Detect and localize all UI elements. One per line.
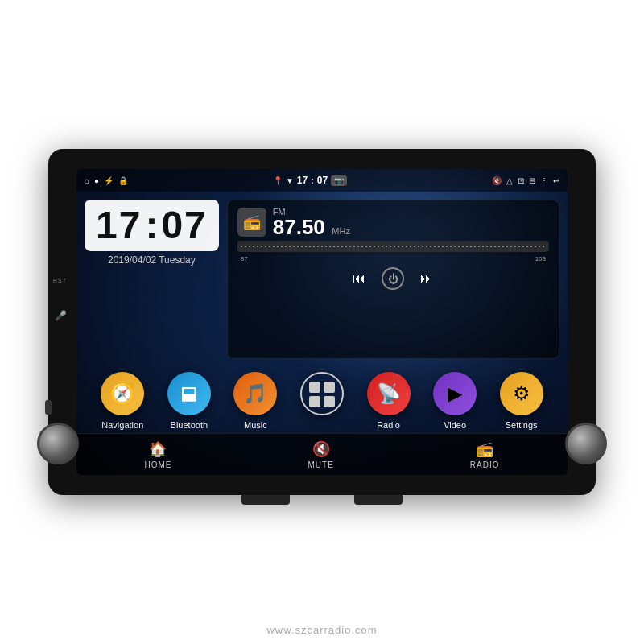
clock-hour: 17: [96, 206, 142, 245]
app-settings[interactable]: ⚙ Settings: [500, 372, 543, 430]
mount-tabs: [242, 495, 402, 505]
status-center: 📍 ▼ 17 : 07 📷: [273, 175, 347, 186]
time-colon: :: [311, 175, 314, 185]
radio-scale: [237, 241, 549, 252]
home-icon: 🏠: [149, 440, 167, 458]
mount-tab-right: [354, 495, 402, 505]
radio-frequency: 87.50: [273, 215, 325, 239]
signal-icon: ▼: [286, 176, 294, 185]
power-button[interactable]: [45, 400, 52, 415]
status-time: 17: [297, 175, 308, 186]
mic-icon: 🎤: [55, 310, 67, 321]
mute-label: MUTE: [308, 460, 333, 469]
home-status-icon: ⌂: [85, 176, 89, 185]
radio-scale-line: [241, 246, 546, 247]
volume-icon: 🔇: [492, 176, 502, 185]
location-icon: 📍: [273, 176, 283, 185]
clock-widget: 17 : 07 2019/04/02 Tuesday: [85, 200, 219, 359]
radio-app-icon: 📡: [367, 372, 411, 415]
rst-label: RST: [53, 278, 67, 283]
radio-power-button[interactable]: ⏻: [382, 267, 404, 290]
status-left: ⌂ ● ⚡ 🔒: [85, 176, 128, 185]
back-icon: ↩: [553, 176, 559, 185]
radio-scale-max: 108: [535, 255, 546, 262]
grid-icon: [300, 372, 344, 415]
settings-icon: ⚙: [500, 372, 543, 415]
app-navigation[interactable]: 🧭 Navigation: [101, 372, 144, 430]
app-radio[interactable]: 📡 Radio: [367, 372, 411, 430]
watermark: www.szcarradio.com: [266, 624, 377, 636]
usb-icon: ⚡: [104, 176, 114, 185]
radio-header: 📻 FM 87.50 MHz: [237, 207, 549, 237]
more-icon: ⋮: [540, 176, 548, 185]
radio-scale-min: 87: [241, 255, 248, 262]
car-radio-device: RST 🎤 ⌂ ● ⚡ 🔒 📍 ▼ 17 : 07 📷 🔇 △: [48, 149, 596, 495]
video-icon: ▶: [433, 372, 477, 415]
screen: ⌂ ● ⚡ 🔒 📍 ▼ 17 : 07 📷 🔇 △ ⊡ ⊟ ⋮ ↩: [76, 169, 568, 475]
mute-icon: 🔇: [312, 440, 330, 458]
radio-unit: MHz: [332, 226, 350, 236]
radio-icon: 📻: [237, 208, 266, 237]
lock-icon: 🔒: [118, 176, 128, 185]
radio-next-button[interactable]: ⏭: [420, 271, 433, 286]
bottom-radio[interactable]: 📻 RADIO: [470, 440, 500, 469]
radio-scale-labels: 87 108: [237, 255, 549, 262]
left-knob[interactable]: [37, 423, 79, 464]
radio-freq-row: 87.50 MHz: [273, 217, 549, 237]
minus-icon: ⊟: [529, 176, 535, 185]
radio-freq-area: FM 87.50 MHz: [273, 207, 549, 237]
app-grid: 🧭 Navigation ⬓ Bluetooth 🎵 Music: [76, 367, 568, 433]
home-label: HOME: [144, 460, 171, 469]
clock-minute: 07: [161, 206, 207, 245]
camera-badge: 📷: [331, 175, 347, 186]
clock-date: 2019/04/02 Tuesday: [108, 254, 196, 266]
screen-icon: ⊡: [518, 176, 524, 185]
app-music[interactable]: 🎵 Music: [233, 372, 277, 430]
settings-label: Settings: [506, 420, 538, 430]
bottom-home[interactable]: 🏠 HOME: [144, 440, 171, 469]
dot-icon: ●: [94, 176, 99, 185]
app-grid-icon[interactable]: [300, 372, 344, 420]
status-right: 🔇 △ ⊡ ⊟ ⋮ ↩: [492, 176, 559, 185]
radio-bottom-icon: 📻: [476, 440, 493, 458]
radio-bottom-label: RADIO: [470, 460, 500, 469]
status-bar: ⌂ ● ⚡ 🔒 📍 ▼ 17 : 07 📷 🔇 △ ⊡ ⊟ ⋮ ↩: [76, 169, 568, 192]
mount-tab-left: [242, 495, 290, 505]
app-bluetooth[interactable]: ⬓ Bluetooth: [167, 372, 211, 430]
main-area: 17 : 07 2019/04/02 Tuesday 📻 FM 87.50: [76, 192, 568, 367]
bottom-bar: 🏠 HOME 🔇 MUTE 📻 RADIO: [76, 433, 568, 475]
right-knob[interactable]: [565, 423, 607, 464]
navigation-label: Navigation: [101, 420, 143, 430]
radio-controls: ⏮ ⏻ ⏭: [237, 267, 549, 290]
radio-scale-inner: [237, 241, 549, 252]
app-video[interactable]: ▶ Video: [433, 372, 477, 430]
bottom-mute[interactable]: 🔇 MUTE: [308, 440, 333, 469]
eject-icon: △: [506, 176, 513, 185]
radio-app-label: Radio: [377, 420, 400, 430]
music-label: Music: [244, 420, 267, 430]
music-icon: 🎵: [233, 372, 277, 415]
status-minute: 07: [317, 175, 328, 186]
video-label: Video: [444, 420, 466, 430]
rst-button[interactable]: RST: [53, 278, 67, 283]
navigation-icon: 🧭: [101, 372, 144, 415]
radio-display: 📻 FM 87.50 MHz: [237, 207, 549, 262]
clock-box: 17 : 07: [85, 200, 219, 251]
bluetooth-label: Bluetooth: [171, 420, 208, 430]
clock-colon: :: [145, 206, 158, 245]
radio-prev-button[interactable]: ⏮: [353, 271, 365, 286]
bluetooth-icon: ⬓: [167, 372, 211, 415]
radio-widget[interactable]: 📻 FM 87.50 MHz: [227, 200, 559, 359]
